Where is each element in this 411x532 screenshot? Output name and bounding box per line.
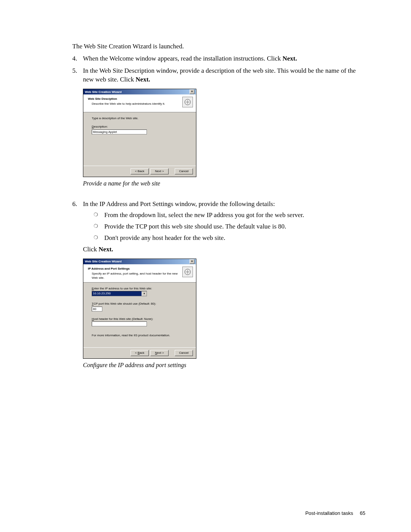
cancel-button[interactable]: Cancel [175,168,193,174]
wizard-description-dialog: Web Site Creation Wizard x Web Site Desc… [83,89,196,177]
wizard-footer: < Back Next > Cancel [83,166,196,177]
step-6-bullet-2: ❍ Provide the TCP port this web site sho… [94,222,365,231]
back-button[interactable]: < Back [131,350,149,356]
cancel-button[interactable]: Cancel [175,350,193,356]
next-button[interactable]: Next > [150,168,169,174]
step-5-next: Next. [135,76,150,83]
step-6-bullet-1: ❍ From the dropdown list, select the new… [94,211,365,220]
figure-1-caption: Provide a name for the web site [83,179,365,188]
wizard-note: For more information, read the IIS produ… [92,333,189,337]
wizard-header-title: Web Site Desciption [88,97,182,101]
step-6: 6. In the IP Address and Port Settings w… [72,200,365,378]
wizard-content: Type a description of the Web site. Desc… [83,112,196,166]
wizard-header: IP Address and Port Settings Specify an … [83,264,196,283]
wizard-ipport-dialog: Web Site Creation Wizard x IP Address an… [83,259,196,359]
intro-text: The Web Site Creation Wizard is launched… [72,42,365,51]
next-button[interactable]: Next > [150,350,169,356]
page-footer: Post-installation tasks 65 [305,510,365,517]
wizard-header-subtitle: Specify an IP address, port setting, and… [88,272,182,280]
host-header-input[interactable] [92,321,147,326]
figure-wizard-ipport: Web Site Creation Wizard x IP Address an… [83,259,365,359]
step-5-number: 5. [72,66,83,197]
bullet-icon: ❍ [94,233,104,243]
ip-dropdown[interactable]: 10.10.23.250 ▼ [92,291,147,296]
figure-2-caption: Configure the IP address and port settin… [83,361,365,369]
step-6-text: In the IP Address and Port Settings wind… [83,200,275,208]
step-5-text: In the Web Site Description window, prov… [83,67,356,83]
figure-wizard-description: Web Site Creation Wizard x Web Site Desc… [83,89,365,177]
step-4-next: Next. [282,55,297,62]
step-4-text: When the Welcome window appears, read th… [83,55,282,62]
description-label: Description: [92,125,189,129]
footer-page-number: 65 [360,510,365,516]
step-6-next: Next. [99,246,113,253]
close-icon[interactable]: x [190,259,194,264]
description-input[interactable] [92,129,147,134]
ip-selected-value: 10.10.23.250 [92,291,142,296]
bullet-icon: ❍ [94,211,104,220]
tcp-label: TCP port this Web site should use (Defau… [92,302,189,306]
step-6-click: Click [83,246,99,253]
back-button[interactable]: < Back [131,168,149,174]
step-4-number: 4. [72,54,83,63]
step-6-number: 6. [72,200,83,378]
step-6-bullet-3: ❍ Don't provide any host header for the … [94,233,365,243]
wizard-icon [182,97,193,107]
wizard-content: Enter the IP address to use for this Web… [83,283,196,347]
tcp-port-input[interactable] [92,307,102,312]
titlebar: Web Site Creation Wizard x [83,89,196,94]
chevron-down-icon[interactable]: ▼ [142,291,147,296]
ip-label: Enter the IP address to use for this Web… [92,286,189,291]
wizard-header-title: IP Address and Port Settings [88,267,182,271]
wizard-header-subtitle: Describe the Web site to help administra… [88,102,182,106]
wizard-title: Web Site Creation Wizard [85,90,122,94]
description-prompt: Type a description of the Web site. [92,116,189,120]
wizard-title: Web Site Creation Wizard [85,259,122,264]
wizard-header: Web Site Desciption Describe the Web sit… [83,94,196,112]
close-icon[interactable]: x [190,89,194,94]
wizard-icon [182,267,193,277]
bullet-icon: ❍ [94,222,104,231]
wizard-footer: < Back Next > Cancel [83,347,196,358]
footer-section: Post-installation tasks [305,510,353,516]
host-label: Host header for this Web site (Default: … [92,317,189,321]
step-4: 4. When the Welcome window appears, read… [72,54,365,63]
titlebar: Web Site Creation Wizard x [83,259,196,264]
step-5: 5. In the Web Site Description window, p… [72,66,365,197]
